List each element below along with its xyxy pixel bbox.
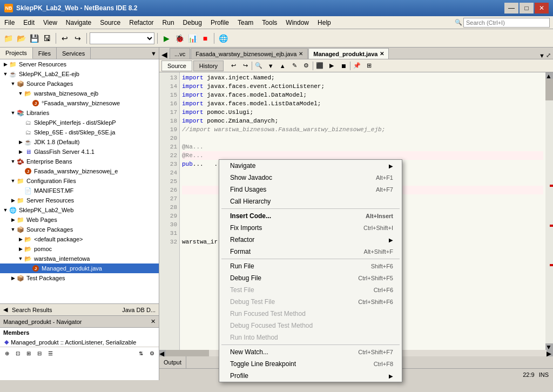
debug-project-btn[interactable]: 🐞 xyxy=(173,32,185,44)
menu-refactor[interactable]: Refactor xyxy=(125,16,158,29)
src-btn-3[interactable]: 🔍 xyxy=(253,60,264,71)
source-tab-history[interactable]: History xyxy=(193,60,224,71)
src-btn-11[interactable]: 📌 xyxy=(352,60,362,71)
toggle-icon[interactable]: ▼ xyxy=(2,207,9,213)
tree-item-test-packages[interactable]: ▶ 📦 Test Packages xyxy=(0,273,159,283)
nav-class-item[interactable]: ◆ Managed_produkt :: ActionListener, Ser… xyxy=(0,337,159,347)
toggle-icon[interactable]: ▶ xyxy=(10,275,16,281)
tree-item-source-packages-1[interactable]: ▼ 📦 Source Packages xyxy=(0,79,159,89)
tree-item-config-files[interactable]: ▼ 📁 Configuration Files xyxy=(0,176,159,186)
tree-item-managed-produkt[interactable]: J Managed_produkt.java xyxy=(0,263,159,273)
tree-item-enterprise-beans[interactable]: ▼ 🫘 Enterprise Beans xyxy=(0,157,159,166)
menu-run[interactable]: Run xyxy=(158,16,179,29)
src-btn-1[interactable]: ↩ xyxy=(228,60,239,71)
src-btn-6[interactable]: ✎ xyxy=(289,60,300,71)
tree-item-fasada-bean[interactable]: J Fasada_warstwy_biznesowej_e xyxy=(0,166,159,176)
editor-tab-menu-btn[interactable]: ▼ xyxy=(539,52,545,59)
src-btn-10[interactable]: ⏹ xyxy=(338,60,349,71)
toggle-icon[interactable]: ▶ xyxy=(2,61,9,67)
tree-item-fasada[interactable]: J °Fasada_warstwy_biznesowe xyxy=(0,98,159,108)
toggle-icon[interactable]: ▼ xyxy=(10,80,16,87)
stop-btn[interactable]: ■ xyxy=(199,32,211,44)
src-btn-9[interactable]: ▶ xyxy=(326,60,337,71)
nav-sort-btn[interactable]: ⇅ xyxy=(136,348,146,358)
src-btn-2[interactable]: ↪ xyxy=(240,60,251,71)
profile-project-btn[interactable]: 📊 xyxy=(186,32,198,44)
toggle-icon[interactable]: ▼ xyxy=(10,226,16,233)
menu-profile[interactable]: Profile xyxy=(206,16,233,29)
navigator-close-btn[interactable]: ✕ xyxy=(151,318,156,325)
ctx-debug-file[interactable]: Debug File Ctrl+Shift+F5 xyxy=(219,272,402,284)
tree-item-manifest[interactable]: 📄 MANIFEST.MF xyxy=(0,186,159,195)
ctx-fix-imports[interactable]: Fix Imports Ctrl+Shift+I xyxy=(219,222,402,234)
redo-btn[interactable]: ↪ xyxy=(72,32,84,44)
browser-btn[interactable]: 🌐 xyxy=(217,32,229,44)
tree-item-web-project[interactable]: ▼ 🌐 SklepPK_Lab2_Web xyxy=(0,205,159,215)
editor-tabs-prev[interactable]: ◀ xyxy=(159,50,170,59)
ctx-run-file[interactable]: Run File Shift+F6 xyxy=(219,260,402,272)
nav-btn-1[interactable]: ⊕ xyxy=(2,348,12,358)
ctx-profile[interactable]: Profile ▶ xyxy=(219,370,402,382)
tab-services[interactable]: Services xyxy=(57,48,91,59)
editor-vscrollbar[interactable]: ▲ ▼ xyxy=(545,72,553,350)
editor-expand-btn[interactable]: ⤢ xyxy=(546,52,551,59)
ctx-toggle-breakpoint[interactable]: Toggle Line Breakpoint Ctrl+F8 xyxy=(219,358,402,370)
ctx-refactor[interactable]: Refactor ▶ xyxy=(219,234,402,246)
menu-window[interactable]: Window xyxy=(281,16,313,29)
hscroll-left[interactable]: ◀ xyxy=(159,350,166,356)
editor-tab-vc[interactable]: ...vc xyxy=(170,48,190,59)
toggle-icon[interactable]: ▶ xyxy=(17,148,24,155)
menu-navigate[interactable]: Navigate xyxy=(62,16,96,29)
tree-item-source-packages-2[interactable]: ▼ 📦 Source Packages xyxy=(0,225,159,234)
project-tree[interactable]: ▶ 📁 Server Resources ▼ ☕ SklepPK_Lab2_EE… xyxy=(0,59,159,303)
tab-close-icon-2[interactable]: ✕ xyxy=(380,51,384,57)
nav-btn-2[interactable]: ⊡ xyxy=(13,348,23,358)
tab-files[interactable]: Files xyxy=(33,48,57,59)
ctx-find-usages[interactable]: Find Usages Alt+F7 xyxy=(219,184,402,195)
open-project-btn[interactable]: 📂 xyxy=(15,32,27,44)
scroll-up-btn[interactable]: ▲ xyxy=(545,72,553,79)
src-btn-4[interactable]: ▼ xyxy=(265,60,276,71)
maximize-button[interactable]: □ xyxy=(520,3,534,13)
tree-item-jdk[interactable]: ▶ ☕ JDK 1.8 (Default) xyxy=(0,137,159,147)
editor-tab-managed[interactable]: Managed_produkt.java ✕ xyxy=(308,48,389,59)
close-button[interactable]: ✕ xyxy=(535,3,549,13)
tree-item-server-resources-1[interactable]: ▶ 📁 Server Resources xyxy=(0,59,159,69)
tree-item-glassfish[interactable]: ▶ 🖥 GlassFish Server 4.1.1 xyxy=(0,147,159,157)
save-all-btn[interactable]: 🖫 xyxy=(41,32,53,44)
nav-btn-4[interactable]: ⊟ xyxy=(35,348,44,358)
toggle-icon[interactable]: ▼ xyxy=(10,110,16,116)
sr-left-btn[interactable]: ◀ xyxy=(3,306,8,313)
editor-tab-fasada[interactable]: Fasada_warstwy_biznesowej_ejb.java ✕ xyxy=(191,48,308,59)
toggle-icon[interactable]: ▶ xyxy=(10,217,16,223)
search-input[interactable] xyxy=(463,18,550,28)
bottom-tab-output[interactable]: Output xyxy=(159,356,186,368)
hscroll-thumb[interactable] xyxy=(166,350,209,356)
toggle-icon[interactable]: ▼ xyxy=(2,71,9,77)
ctx-format[interactable]: Format Alt+Shift+F xyxy=(219,246,402,258)
tree-item-web-pages[interactable]: ▶ 📁 Web Pages xyxy=(0,215,159,225)
tree-item-pomoc[interactable]: ▶ 📂 pomoc xyxy=(0,244,159,254)
nav-filter-btn[interactable]: ⚙ xyxy=(147,348,157,358)
menu-file[interactable]: File xyxy=(0,16,19,29)
save-btn[interactable]: 💾 xyxy=(28,32,40,44)
scroll-thumb[interactable] xyxy=(545,79,553,100)
toggle-icon[interactable]: ▼ xyxy=(10,158,16,165)
tab-projects[interactable]: Projects xyxy=(0,48,33,59)
tab-close-icon[interactable]: ✕ xyxy=(299,51,303,57)
tree-item-warstwa-biz[interactable]: ▼ 📂 warstwa_biznesowa_ejb xyxy=(0,89,159,98)
hscroll-right[interactable]: ▶ xyxy=(547,350,553,356)
tree-item-warstwa-inet[interactable]: ▼ 📂 warstwa_internetowa xyxy=(0,254,159,263)
menu-source[interactable]: Source xyxy=(96,16,125,29)
menu-help[interactable]: Help xyxy=(313,16,335,29)
toggle-icon[interactable]: ▼ xyxy=(17,255,24,262)
menu-edit[interactable]: Edit xyxy=(19,16,39,29)
toggle-icon[interactable]: ▼ xyxy=(10,178,16,184)
ctx-new-watch[interactable]: New Watch... Ctrl+Shift+F7 xyxy=(219,346,402,358)
minimize-button[interactable]: — xyxy=(504,3,518,13)
tree-item-sklep-interfejs[interactable]: 🗂 SklepPK_interfejs - dist/SklepP xyxy=(0,118,159,127)
ctx-insert-code[interactable]: Insert Code... Alt+Insert xyxy=(219,210,402,222)
menu-tools[interactable]: Tools xyxy=(258,16,281,29)
toggle-icon[interactable]: ▶ xyxy=(10,197,16,204)
tree-item-server-resources-2[interactable]: ▶ 📁 Server Resources xyxy=(0,195,159,205)
